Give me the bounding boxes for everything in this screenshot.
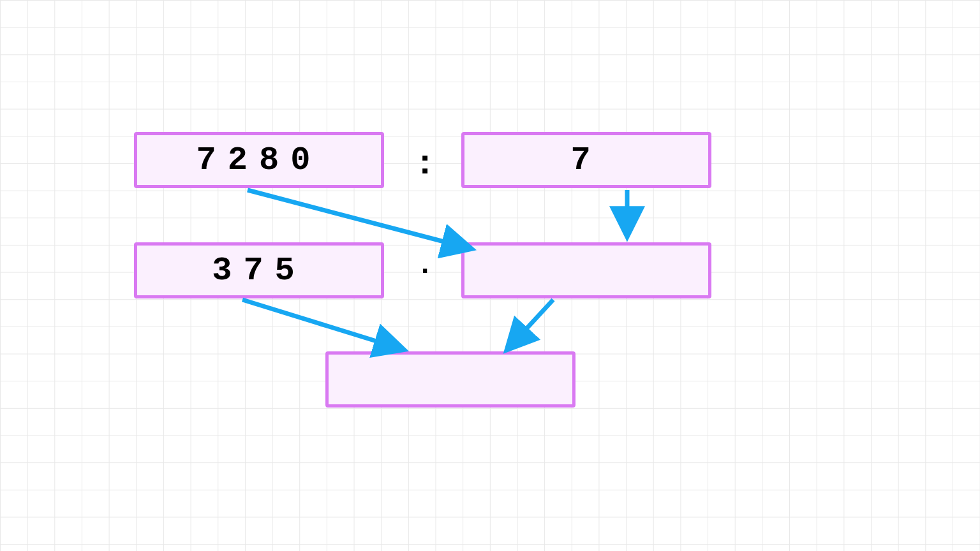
box-top-left[interactable]: 7280 <box>134 132 384 188</box>
box-mid-left[interactable]: 375 <box>134 242 384 298</box>
box-mid-right[interactable] <box>461 242 711 298</box>
operator-multiply: · <box>406 252 444 290</box>
box-top-right[interactable]: 7 <box>461 132 711 188</box>
box-bottom[interactable] <box>325 351 575 408</box>
box-top-right-value: 7 <box>570 142 602 179</box>
operator-divide: : <box>406 142 444 180</box>
box-top-left-value: 7280 <box>197 142 322 179</box>
box-mid-left-value: 375 <box>212 252 306 290</box>
